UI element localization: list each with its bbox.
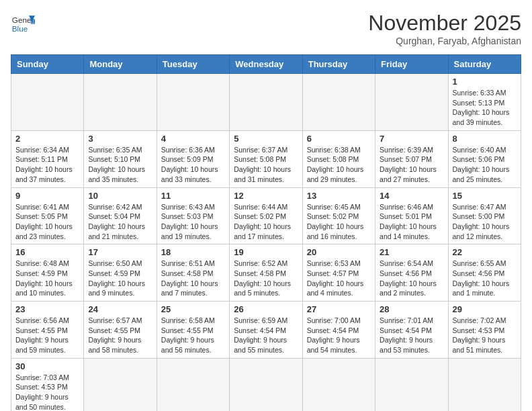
calendar-cell: 5Sunrise: 6:37 AM Sunset: 5:08 PM Daylig… <box>230 130 302 187</box>
day-info: Sunrise: 7:03 AM Sunset: 4:53 PM Dayligh… <box>15 373 79 411</box>
col-header-sunday: Sunday <box>11 55 84 74</box>
day-info: Sunrise: 7:02 AM Sunset: 4:53 PM Dayligh… <box>453 316 517 355</box>
day-number: 19 <box>234 247 298 257</box>
calendar-week-6: 30Sunrise: 7:03 AM Sunset: 4:53 PM Dayli… <box>11 358 521 411</box>
calendar-week-2: 2Sunrise: 6:34 AM Sunset: 5:11 PM Daylig… <box>11 130 521 187</box>
calendar-cell: 22Sunrise: 6:55 AM Sunset: 4:56 PM Dayli… <box>448 244 521 302</box>
calendar-cell: 8Sunrise: 6:40 AM Sunset: 5:06 PM Daylig… <box>448 130 521 187</box>
day-number: 2 <box>15 134 79 144</box>
page-header: General Blue November 2025 Qurghan, Fary… <box>11 11 521 46</box>
day-info: Sunrise: 6:59 AM Sunset: 4:54 PM Dayligh… <box>234 316 298 355</box>
col-header-wednesday: Wednesday <box>230 55 302 74</box>
day-number: 5 <box>234 134 298 144</box>
day-number: 7 <box>380 134 443 144</box>
day-number: 10 <box>88 191 152 201</box>
day-number: 13 <box>307 191 371 201</box>
day-number: 30 <box>15 361 79 371</box>
calendar-cell: 23Sunrise: 6:56 AM Sunset: 4:55 PM Dayli… <box>11 302 84 359</box>
day-number: 26 <box>234 304 298 314</box>
calendar-cell: 29Sunrise: 7:02 AM Sunset: 4:53 PM Dayli… <box>448 302 521 359</box>
calendar-cell <box>84 74 157 131</box>
day-info: Sunrise: 6:41 AM Sunset: 5:05 PM Dayligh… <box>15 202 79 242</box>
day-number: 16 <box>15 247 79 257</box>
day-info: Sunrise: 6:43 AM Sunset: 5:03 PM Dayligh… <box>161 202 225 242</box>
day-info: Sunrise: 6:46 AM Sunset: 5:01 PM Dayligh… <box>380 202 443 242</box>
day-info: Sunrise: 6:50 AM Sunset: 4:59 PM Dayligh… <box>88 259 152 298</box>
day-info: Sunrise: 6:56 AM Sunset: 4:55 PM Dayligh… <box>15 316 79 355</box>
day-info: Sunrise: 6:53 AM Sunset: 4:57 PM Dayligh… <box>307 259 371 298</box>
day-number: 25 <box>161 304 225 314</box>
col-header-tuesday: Tuesday <box>157 55 229 74</box>
day-number: 21 <box>380 247 443 257</box>
day-number: 28 <box>380 304 443 314</box>
month-title: November 2025 <box>368 11 521 36</box>
calendar-week-4: 16Sunrise: 6:48 AM Sunset: 4:59 PM Dayli… <box>11 244 521 302</box>
day-info: Sunrise: 6:48 AM Sunset: 4:59 PM Dayligh… <box>15 259 79 298</box>
calendar-cell: 16Sunrise: 6:48 AM Sunset: 4:59 PM Dayli… <box>11 244 84 302</box>
day-info: Sunrise: 6:42 AM Sunset: 5:04 PM Dayligh… <box>88 202 152 242</box>
day-number: 22 <box>453 247 517 257</box>
day-number: 1 <box>453 77 517 87</box>
calendar-cell: 1Sunrise: 6:33 AM Sunset: 5:13 PM Daylig… <box>448 74 521 131</box>
day-info: Sunrise: 6:55 AM Sunset: 4:56 PM Dayligh… <box>453 259 517 298</box>
calendar-cell: 11Sunrise: 6:43 AM Sunset: 5:03 PM Dayli… <box>157 187 229 244</box>
calendar-cell <box>157 358 229 411</box>
day-number: 23 <box>15 304 79 314</box>
day-number: 20 <box>307 247 371 257</box>
calendar-cell <box>302 358 375 411</box>
calendar-cell: 26Sunrise: 6:59 AM Sunset: 4:54 PM Dayli… <box>230 302 302 359</box>
calendar-cell: 2Sunrise: 6:34 AM Sunset: 5:11 PM Daylig… <box>11 130 84 187</box>
day-info: Sunrise: 6:40 AM Sunset: 5:06 PM Dayligh… <box>453 145 517 185</box>
day-info: Sunrise: 6:58 AM Sunset: 4:55 PM Dayligh… <box>161 316 225 355</box>
day-number: 18 <box>161 247 225 257</box>
calendar-cell: 24Sunrise: 6:57 AM Sunset: 4:55 PM Dayli… <box>84 302 157 359</box>
day-info: Sunrise: 6:35 AM Sunset: 5:10 PM Dayligh… <box>88 145 152 185</box>
calendar-cell: 3Sunrise: 6:35 AM Sunset: 5:10 PM Daylig… <box>84 130 157 187</box>
day-info: Sunrise: 6:54 AM Sunset: 4:56 PM Dayligh… <box>380 259 443 298</box>
day-number: 24 <box>88 304 152 314</box>
calendar-cell: 28Sunrise: 7:01 AM Sunset: 4:54 PM Dayli… <box>375 302 448 359</box>
calendar-cell <box>230 358 302 411</box>
day-info: Sunrise: 6:39 AM Sunset: 5:07 PM Dayligh… <box>380 145 443 185</box>
calendar-week-3: 9Sunrise: 6:41 AM Sunset: 5:05 PM Daylig… <box>11 187 521 244</box>
calendar-cell: 4Sunrise: 6:36 AM Sunset: 5:09 PM Daylig… <box>157 130 229 187</box>
day-info: Sunrise: 6:34 AM Sunset: 5:11 PM Dayligh… <box>15 145 79 185</box>
calendar-cell: 20Sunrise: 6:53 AM Sunset: 4:57 PM Dayli… <box>302 244 375 302</box>
day-info: Sunrise: 6:45 AM Sunset: 5:02 PM Dayligh… <box>307 202 371 242</box>
day-number: 29 <box>453 304 517 314</box>
calendar-cell: 15Sunrise: 6:47 AM Sunset: 5:00 PM Dayli… <box>448 187 521 244</box>
day-number: 15 <box>453 191 517 201</box>
day-info: Sunrise: 6:33 AM Sunset: 5:13 PM Dayligh… <box>453 88 517 128</box>
calendar-cell: 17Sunrise: 6:50 AM Sunset: 4:59 PM Dayli… <box>84 244 157 302</box>
calendar-cell: 25Sunrise: 6:58 AM Sunset: 4:55 PM Dayli… <box>157 302 229 359</box>
calendar-header-row: SundayMondayTuesdayWednesdayThursdayFrid… <box>11 55 521 74</box>
calendar-cell: 18Sunrise: 6:51 AM Sunset: 4:58 PM Dayli… <box>157 244 229 302</box>
calendar-cell <box>84 358 157 411</box>
calendar-week-1: 1Sunrise: 6:33 AM Sunset: 5:13 PM Daylig… <box>11 74 521 131</box>
calendar-cell: 13Sunrise: 6:45 AM Sunset: 5:02 PM Dayli… <box>302 187 375 244</box>
location: Qurghan, Faryab, Afghanistan <box>368 36 521 46</box>
svg-text:Blue: Blue <box>12 24 28 33</box>
day-info: Sunrise: 6:47 AM Sunset: 5:00 PM Dayligh… <box>453 202 517 242</box>
day-info: Sunrise: 6:38 AM Sunset: 5:08 PM Dayligh… <box>307 145 371 185</box>
calendar-cell: 10Sunrise: 6:42 AM Sunset: 5:04 PM Dayli… <box>84 187 157 244</box>
calendar-cell <box>157 74 229 131</box>
calendar-cell: 9Sunrise: 6:41 AM Sunset: 5:05 PM Daylig… <box>11 187 84 244</box>
day-info: Sunrise: 6:51 AM Sunset: 4:58 PM Dayligh… <box>161 259 225 298</box>
calendar-cell <box>448 358 521 411</box>
svg-marker-3 <box>31 19 35 24</box>
col-header-thursday: Thursday <box>302 55 375 74</box>
day-number: 6 <box>307 134 371 144</box>
calendar-cell: 6Sunrise: 6:38 AM Sunset: 5:08 PM Daylig… <box>302 130 375 187</box>
day-info: Sunrise: 6:52 AM Sunset: 4:58 PM Dayligh… <box>234 259 298 298</box>
day-number: 11 <box>161 191 225 201</box>
calendar-cell: 30Sunrise: 7:03 AM Sunset: 4:53 PM Dayli… <box>11 358 84 411</box>
calendar-cell: 21Sunrise: 6:54 AM Sunset: 4:56 PM Dayli… <box>375 244 448 302</box>
col-header-monday: Monday <box>84 55 157 74</box>
day-number: 27 <box>307 304 371 314</box>
day-info: Sunrise: 6:57 AM Sunset: 4:55 PM Dayligh… <box>88 316 152 355</box>
col-header-friday: Friday <box>375 55 448 74</box>
calendar-cell <box>11 74 84 131</box>
calendar-week-5: 23Sunrise: 6:56 AM Sunset: 4:55 PM Dayli… <box>11 302 521 359</box>
calendar-cell <box>375 74 448 131</box>
